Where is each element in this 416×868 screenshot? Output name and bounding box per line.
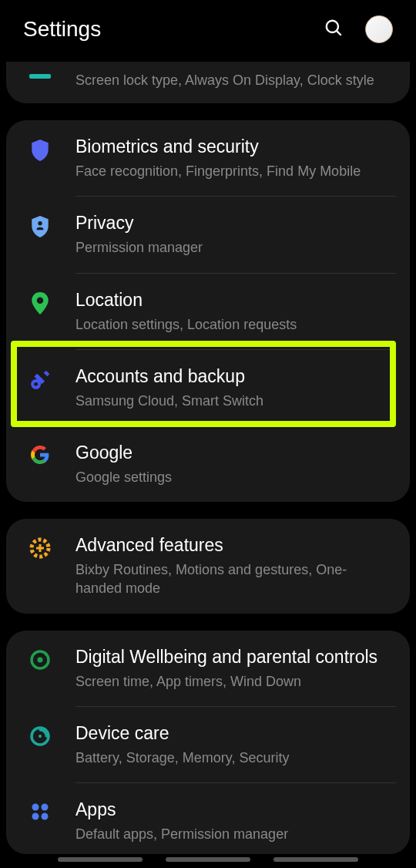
svg-rect-8 xyxy=(44,370,50,376)
svg-point-20 xyxy=(42,813,49,820)
settings-item-device-care[interactable]: Device care Battery, Storage, Memory, Se… xyxy=(6,707,410,782)
nav-recent[interactable] xyxy=(58,857,143,862)
svg-point-6 xyxy=(34,382,38,386)
svg-point-0 xyxy=(327,21,338,32)
settings-item-lockscreen[interactable]: Screen lock type, Always On Display, Clo… xyxy=(6,62,410,103)
settings-item-digital-wellbeing[interactable]: Digital Wellbeing and parental controls … xyxy=(6,631,410,706)
header: Settings xyxy=(0,0,416,62)
settings-group: Digital Wellbeing and parental controls … xyxy=(6,631,410,855)
item-title: Advanced features xyxy=(75,534,391,557)
settings-item-location[interactable]: Location Location settings, Location req… xyxy=(6,274,410,349)
settings-item-advanced-features[interactable]: Advanced features Bixby Routines, Motion… xyxy=(6,519,410,613)
settings-item-biometrics[interactable]: Biometrics and security Face recognition… xyxy=(6,120,410,196)
privacy-icon xyxy=(25,212,55,238)
svg-rect-2 xyxy=(29,74,51,79)
wellbeing-icon xyxy=(25,646,55,671)
nav-back[interactable] xyxy=(273,857,358,862)
item-sub: Screen time, App timers, Wind Down xyxy=(75,672,391,691)
settings-item-google[interactable]: Google Google settings xyxy=(6,426,410,502)
navigation-bar xyxy=(0,857,416,862)
lockscreen-icon xyxy=(25,71,55,82)
item-title: Device care xyxy=(75,722,391,745)
item-title: Privacy xyxy=(75,212,391,235)
gear-plus-icon xyxy=(25,534,55,559)
svg-line-1 xyxy=(337,31,341,35)
item-sub: Location settings, Location requests xyxy=(75,315,391,334)
item-title: Apps xyxy=(75,799,391,822)
settings-item-accounts-backup[interactable]: Accounts and backup Samsung Cloud, Smart… xyxy=(6,350,410,426)
item-title: Biometrics and security xyxy=(75,136,391,159)
item-title: Location xyxy=(75,289,391,312)
settings-group: Biometrics and security Face recognition… xyxy=(6,120,410,502)
google-icon xyxy=(25,442,55,465)
device-care-icon xyxy=(25,722,55,747)
item-sub: Face recognition, Fingerprints, Find My … xyxy=(75,162,391,180)
svg-point-13 xyxy=(38,657,43,662)
item-sub: Permission manager xyxy=(75,238,391,257)
settings-group: Screen lock type, Always On Display, Clo… xyxy=(6,62,410,103)
svg-point-19 xyxy=(32,813,39,820)
item-sub: Samsung Cloud, Smart Switch xyxy=(75,392,391,410)
settings-item-apps[interactable]: Apps Default apps, Permission manager xyxy=(6,783,410,854)
location-pin-icon xyxy=(25,289,55,315)
svg-point-4 xyxy=(37,297,44,304)
item-sub: Battery, Storage, Memory, Security xyxy=(75,749,391,767)
svg-point-16 xyxy=(39,735,42,738)
item-sub: Default apps, Permission manager xyxy=(75,825,391,843)
shield-icon xyxy=(25,136,55,162)
item-title: Google xyxy=(75,442,391,465)
svg-point-17 xyxy=(32,804,39,811)
svg-point-14 xyxy=(45,653,48,656)
page-title: Settings xyxy=(23,17,101,42)
item-sub: Bixby Routines, Motions and gestures, On… xyxy=(75,560,391,598)
settings-item-privacy[interactable]: Privacy Permission manager xyxy=(6,197,410,272)
svg-point-3 xyxy=(38,222,42,226)
apps-grid-icon xyxy=(25,799,55,822)
settings-group: Advanced features Bixby Routines, Motion… xyxy=(6,519,410,613)
nav-home[interactable] xyxy=(166,857,250,862)
svg-point-18 xyxy=(42,804,49,811)
key-icon xyxy=(25,365,55,392)
header-actions xyxy=(324,15,393,43)
item-sub: Google settings xyxy=(75,468,391,486)
search-icon[interactable] xyxy=(324,18,344,41)
item-title: Digital Wellbeing and parental controls xyxy=(75,646,391,669)
avatar[interactable] xyxy=(365,15,393,43)
item-sub: Screen lock type, Always On Display, Clo… xyxy=(75,71,391,89)
item-title: Accounts and backup xyxy=(75,365,391,389)
